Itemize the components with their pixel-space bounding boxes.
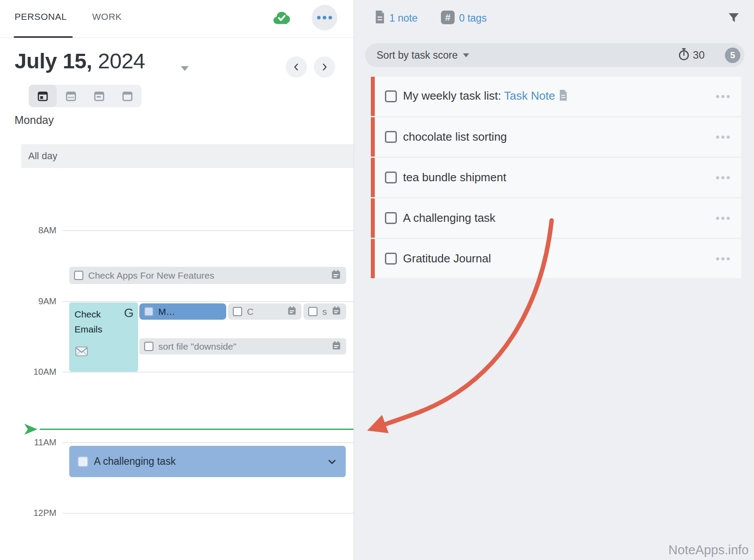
hour-label-12pm: 12PM	[0, 508, 56, 518]
task-row[interactable]: My weekly task list: Task Note	[371, 77, 741, 116]
task-count-badge: 5	[725, 48, 740, 63]
chevron-down-icon[interactable]	[326, 456, 338, 467]
view-month-button[interactable]	[113, 85, 142, 107]
more-options-button[interactable]	[716, 135, 730, 138]
week-view-icon	[65, 90, 77, 102]
more-options-button[interactable]	[716, 257, 730, 260]
gridline-12pm	[63, 513, 354, 514]
task-priority-stripe	[371, 117, 375, 157]
task-checkbox[interactable]	[144, 342, 153, 351]
current-time-arrow-icon	[24, 423, 38, 437]
hour-label-10am: 10AM	[0, 367, 56, 377]
tags-count-link[interactable]: 0 tags	[459, 12, 487, 24]
task-checkbox[interactable]	[308, 307, 317, 316]
task-priority-stripe	[371, 77, 375, 116]
current-time-line	[40, 429, 354, 430]
calendar-icon[interactable]	[331, 340, 342, 353]
task-priority-stripe	[371, 198, 375, 238]
task-checkbox[interactable]	[74, 271, 83, 280]
event-challenging-task[interactable]: A challenging task	[69, 446, 346, 477]
event-check-apps[interactable]: Check Apps For New Features	[69, 267, 346, 284]
gridline-8am	[63, 230, 354, 231]
hour-label-9am: 9AM	[0, 296, 56, 306]
task-checkbox[interactable]	[385, 212, 397, 224]
sort-bar: Sort by task score 30 5	[365, 43, 744, 67]
event-sort-file[interactable]: sort file "downside"	[139, 338, 346, 355]
task-title: My weekly task list: Task Note	[403, 89, 568, 104]
event-check-emails[interactable]: Check Emails G	[69, 302, 138, 372]
event-title: Check Emails	[75, 307, 115, 336]
view-agenda-button[interactable]	[85, 85, 113, 107]
pomodoro-minutes: 30	[693, 49, 705, 61]
workspace-tabbar: PERSONAL WORK	[0, 0, 354, 38]
event-chip-c[interactable]: C	[228, 303, 302, 320]
active-tab-underline	[14, 36, 73, 38]
google-calendar-icon: G	[124, 306, 134, 320]
more-menu-button[interactable]	[312, 5, 337, 30]
view-week-button[interactable]	[57, 85, 85, 107]
task-checkbox[interactable]	[144, 307, 153, 316]
prev-day-button[interactable]	[286, 56, 307, 78]
filter-icon[interactable]	[727, 11, 740, 26]
event-chip-s[interactable]: s	[303, 303, 346, 320]
envelope-icon	[75, 347, 88, 358]
caret-down-icon[interactable]	[463, 53, 469, 57]
task-title: Gratitude Journal	[403, 252, 491, 265]
task-note-link[interactable]: Task Note	[504, 89, 555, 102]
event-title: M…	[158, 306, 175, 317]
sort-dropdown[interactable]: Sort by task score	[377, 49, 458, 61]
tab-work[interactable]: WORK	[92, 11, 122, 22]
watermark: NoteApps.info	[668, 543, 749, 557]
calendar-view-toggle	[29, 85, 142, 107]
tab-personal[interactable]: PERSONAL	[15, 11, 67, 22]
hash-icon[interactable]: #	[441, 11, 455, 24]
calendar-icon[interactable]	[330, 269, 342, 282]
task-checkbox[interactable]	[385, 131, 397, 143]
task-priority-stripe	[371, 158, 375, 197]
agenda-view-icon	[93, 90, 105, 102]
calendar-pane: PERSONAL WORK July 15, 2024	[0, 0, 354, 560]
hour-label-11am: 11AM	[0, 437, 56, 448]
app-window: PERSONAL WORK July 15, 2024	[0, 0, 754, 560]
task-priority-stripe	[371, 239, 375, 278]
event-title: Check Apps For New Features	[88, 270, 214, 281]
calendar-icon[interactable]	[287, 306, 297, 318]
task-checkbox[interactable]	[385, 253, 397, 265]
notes-count-link[interactable]: 1 note	[389, 12, 418, 24]
more-options-button[interactable]	[716, 95, 730, 98]
month-view-icon	[121, 90, 134, 102]
gridline-11am	[63, 442, 354, 443]
event-chip-m[interactable]: M…	[139, 303, 226, 320]
task-checkbox[interactable]	[78, 456, 88, 467]
note-icon	[559, 90, 568, 104]
event-title: s	[322, 306, 327, 317]
task-title: tea bundle shipment	[403, 171, 506, 184]
date-dropdown-caret-icon[interactable]	[181, 66, 189, 71]
chevron-right-icon	[319, 62, 330, 72]
chevron-left-icon	[291, 62, 302, 72]
gridline-10am	[63, 372, 354, 373]
calendar-icon[interactable]	[331, 306, 342, 318]
task-checkbox[interactable]	[385, 90, 397, 102]
sync-status-cloud-icon	[272, 9, 292, 26]
view-day-button[interactable]	[29, 85, 57, 107]
more-options-button[interactable]	[716, 176, 730, 179]
task-title: chocolate list sorting	[403, 130, 507, 144]
task-checkbox[interactable]	[385, 172, 397, 183]
event-title: A challenging task	[94, 455, 175, 467]
hour-label-8am: 8AM	[0, 225, 56, 235]
more-options-button[interactable]	[716, 217, 730, 220]
all-day-row[interactable]: All day	[21, 144, 354, 168]
pomodoro-timer-icon[interactable]	[678, 48, 690, 63]
task-checkbox[interactable]	[233, 307, 242, 316]
note-icon	[374, 10, 385, 26]
day-view-icon	[37, 90, 49, 102]
task-panel-header: 1 note # 0 tags	[354, 0, 754, 34]
task-row[interactable]: chocolate list sorting	[371, 117, 741, 157]
next-day-button[interactable]	[314, 56, 335, 78]
task-row[interactable]: tea bundle shipment	[371, 158, 741, 197]
day-name-label: Monday	[15, 114, 54, 127]
task-title-text: My weekly task list:	[403, 89, 504, 102]
task-row[interactable]: A challenging task	[371, 198, 741, 238]
task-row[interactable]: Gratitude Journal	[371, 239, 741, 278]
